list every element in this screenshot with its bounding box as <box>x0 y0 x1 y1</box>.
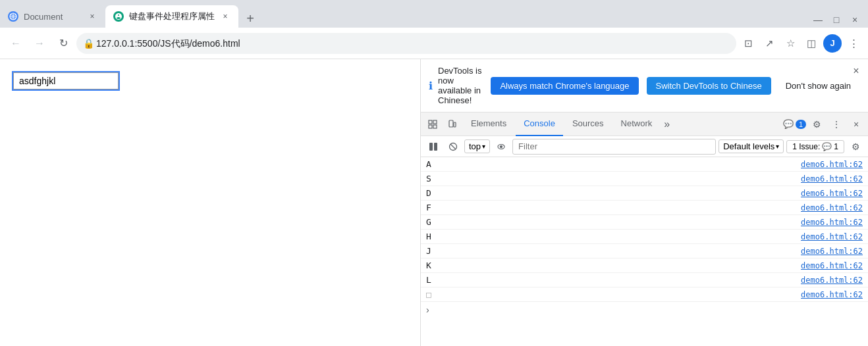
address-input[interactable]: 127.0.0.1:5500/JS代码/demo6.html <box>76 33 736 54</box>
top-selector[interactable]: top ▾ <box>464 139 490 153</box>
devtools-device-icon[interactable] <box>443 115 462 134</box>
banner-close-icon[interactable]: × <box>850 64 863 78</box>
issues-count: 1 <box>834 142 838 151</box>
console-toolbar: top ▾ Default levels ▾ 1 Issue: 💬 1 ⚙ <box>421 136 868 157</box>
console-clear-icon[interactable] <box>445 138 462 155</box>
demo-text-input[interactable] <box>13 72 119 89</box>
log-source[interactable]: demo6.html:62 <box>801 261 863 270</box>
log-letter: D <box>426 188 801 198</box>
tab-keyboard-close[interactable]: × <box>220 11 231 22</box>
split-screen-icon[interactable]: ◫ <box>802 34 821 53</box>
svg-rect-3 <box>429 120 432 124</box>
devtools-more-vert-icon[interactable]: ⋮ <box>827 115 846 134</box>
svg-rect-9 <box>429 143 433 151</box>
log-letter: K <box>426 260 801 270</box>
tab-elements[interactable]: Elements <box>463 112 514 136</box>
log-entry-A: A demo6.html:62 <box>421 157 868 172</box>
tab-document-title: Document <box>24 12 82 22</box>
eye-icon[interactable] <box>493 138 510 155</box>
devtools-toolbar-right: 💬 1 ⚙ ⋮ × <box>783 115 865 134</box>
bookmark-icon[interactable]: ☆ <box>781 34 800 53</box>
log-entry-K: K demo6.html:62 <box>421 259 868 273</box>
log-entry-D: D demo6.html:62 <box>421 186 868 201</box>
svg-rect-8 <box>454 122 456 127</box>
tab-document-close[interactable]: × <box>87 11 97 22</box>
tab-favicon-chatgpt <box>113 11 124 22</box>
devtools-panel: ℹ DevTools is now available in Chinese! … <box>420 59 868 346</box>
svg-rect-6 <box>433 125 437 128</box>
tab-favicon-globe <box>8 11 18 22</box>
svg-point-14 <box>501 145 502 147</box>
log-letter: S <box>426 174 801 184</box>
address-bar-icons: ⊡ ↗ ☆ ◫ J ⋮ <box>739 34 863 53</box>
share-icon[interactable]: ↗ <box>760 34 778 53</box>
log-entry-H: H demo6.html:62 <box>421 230 868 244</box>
default-levels-dropdown[interactable]: Default levels ▾ <box>719 139 784 153</box>
log-source[interactable]: demo6.html:62 <box>801 160 863 169</box>
devtools-inspect-icon[interactable] <box>423 115 442 134</box>
tab-keyboard-title: 键盘事件处理程序属性 <box>129 11 215 22</box>
switch-to-chinese-button[interactable]: Switch DevTools to Chinese <box>647 77 771 95</box>
devtools-toolbar: Elements Console Sources Network » 💬 1 ⚙… <box>421 112 868 136</box>
devtools-settings-icon[interactable]: ⚙ <box>807 115 826 134</box>
log-letter: □ <box>426 289 801 299</box>
log-letter: F <box>426 203 801 212</box>
log-entry-F: F demo6.html:62 <box>421 201 868 215</box>
page-content <box>0 59 420 346</box>
address-bar: ← → ↻ 🔒 127.0.0.1:5500/JS代码/demo6.html ⊡… <box>0 28 868 59</box>
log-source[interactable]: demo6.html:62 <box>801 276 863 285</box>
tab-bar-minimize-icon[interactable]: — <box>810 12 826 28</box>
back-button[interactable]: ← <box>5 33 26 54</box>
log-source[interactable]: demo6.html:62 <box>801 247 863 256</box>
log-source[interactable]: demo6.html:62 <box>801 203 863 212</box>
issue-icon: 💬 <box>822 142 832 151</box>
log-letter: J <box>426 246 801 256</box>
tab-sources[interactable]: Sources <box>564 112 612 136</box>
console-sidebar-icon[interactable] <box>425 138 442 155</box>
issues-label: 1 Issue: <box>792 142 820 151</box>
default-levels-arrow: ▾ <box>776 143 779 150</box>
log-entry-G: G demo6.html:62 <box>421 215 868 230</box>
translate-icon[interactable]: ⊡ <box>739 34 757 53</box>
prompt-arrow-icon: › <box>426 305 429 315</box>
filter-input[interactable] <box>512 139 716 155</box>
issues-badge[interactable]: 1 Issue: 💬 1 <box>786 140 844 153</box>
svg-rect-10 <box>434 143 437 151</box>
dont-show-again-button[interactable]: Don't show again <box>776 77 860 95</box>
more-tabs-icon[interactable]: » <box>661 118 672 130</box>
tab-console[interactable]: Console <box>516 112 563 136</box>
log-letter: H <box>426 232 801 241</box>
log-entry-J: J demo6.html:62 <box>421 244 868 259</box>
lock-icon: 🔒 <box>83 38 94 49</box>
log-source[interactable]: demo6.html:62 <box>801 189 863 198</box>
tab-keyboard[interactable]: 键盘事件处理程序属性 × <box>105 5 238 28</box>
tab-bar-close-icon[interactable]: × <box>847 12 863 28</box>
message-count-badge: 1 <box>796 120 806 129</box>
banner-message: DevTools is now available in Chinese! <box>438 66 485 105</box>
log-entry-L: L demo6.html:62 <box>421 273 868 287</box>
more-menu-icon[interactable]: ⋮ <box>844 34 863 53</box>
log-letter: G <box>426 217 801 227</box>
tab-document[interactable]: Document × <box>0 5 105 28</box>
log-letter: L <box>426 275 801 285</box>
devtools-banner: ℹ DevTools is now available in Chinese! … <box>421 59 868 112</box>
top-label: top <box>469 141 481 151</box>
log-source[interactable]: demo6.html:62 <box>801 218 863 227</box>
profile-button[interactable]: J <box>823 34 842 53</box>
log-letter: A <box>426 159 801 169</box>
tab-bar-maximize-icon[interactable]: □ <box>828 12 844 28</box>
tab-network[interactable]: Network <box>613 112 661 136</box>
svg-rect-7 <box>449 120 453 127</box>
refresh-button[interactable]: ↻ <box>53 33 74 54</box>
console-settings-button[interactable]: ⚙ <box>847 138 864 155</box>
address-input-wrapper: 🔒 127.0.0.1:5500/JS代码/demo6.html <box>76 33 736 54</box>
log-source[interactable]: demo6.html:62 <box>801 290 863 299</box>
new-tab-button[interactable]: + <box>241 9 259 28</box>
main-content: ℹ DevTools is now available in Chinese! … <box>0 59 868 346</box>
forward-button[interactable]: → <box>29 33 50 54</box>
log-source[interactable]: demo6.html:62 <box>801 232 863 241</box>
devtools-close-icon[interactable]: × <box>847 115 865 134</box>
top-dropdown-arrow: ▾ <box>482 143 485 150</box>
always-match-language-button[interactable]: Always match Chrome's language <box>491 77 638 95</box>
log-source[interactable]: demo6.html:62 <box>801 174 863 184</box>
